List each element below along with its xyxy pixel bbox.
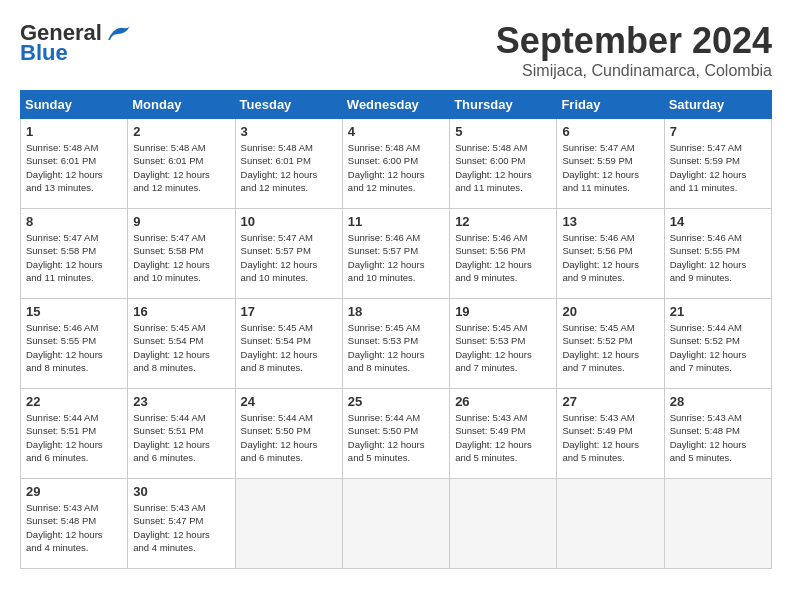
calendar-day-cell: 7Sunrise: 5:47 AMSunset: 5:59 PMDaylight… <box>664 119 771 209</box>
day-number: 21 <box>670 304 766 319</box>
day-info: Sunrise: 5:48 AMSunset: 6:01 PMDaylight:… <box>26 141 122 194</box>
day-number: 1 <box>26 124 122 139</box>
day-number: 23 <box>133 394 229 409</box>
calendar-day-cell <box>235 479 342 569</box>
calendar-day-cell: 13Sunrise: 5:46 AMSunset: 5:56 PMDayligh… <box>557 209 664 299</box>
day-number: 12 <box>455 214 551 229</box>
day-number: 6 <box>562 124 658 139</box>
day-of-week-header: Wednesday <box>342 91 449 119</box>
day-info: Sunrise: 5:46 AMSunset: 5:55 PMDaylight:… <box>26 321 122 374</box>
calendar-day-cell: 17Sunrise: 5:45 AMSunset: 5:54 PMDayligh… <box>235 299 342 389</box>
day-number: 14 <box>670 214 766 229</box>
day-info: Sunrise: 5:47 AMSunset: 5:59 PMDaylight:… <box>562 141 658 194</box>
title-block: September 2024 Simijaca, Cundinamarca, C… <box>496 20 772 80</box>
day-number: 30 <box>133 484 229 499</box>
month-title: September 2024 <box>496 20 772 62</box>
calendar-day-cell: 25Sunrise: 5:44 AMSunset: 5:50 PMDayligh… <box>342 389 449 479</box>
calendar-day-cell: 24Sunrise: 5:44 AMSunset: 5:50 PMDayligh… <box>235 389 342 479</box>
day-number: 15 <box>26 304 122 319</box>
calendar-week-row: 8Sunrise: 5:47 AMSunset: 5:58 PMDaylight… <box>21 209 772 299</box>
day-info: Sunrise: 5:47 AMSunset: 5:59 PMDaylight:… <box>670 141 766 194</box>
day-info: Sunrise: 5:48 AMSunset: 6:00 PMDaylight:… <box>348 141 444 194</box>
day-of-week-header: Saturday <box>664 91 771 119</box>
calendar-day-cell: 3Sunrise: 5:48 AMSunset: 6:01 PMDaylight… <box>235 119 342 209</box>
calendar-day-cell: 2Sunrise: 5:48 AMSunset: 6:01 PMDaylight… <box>128 119 235 209</box>
day-info: Sunrise: 5:45 AMSunset: 5:53 PMDaylight:… <box>348 321 444 374</box>
day-info: Sunrise: 5:47 AMSunset: 5:58 PMDaylight:… <box>26 231 122 284</box>
day-number: 2 <box>133 124 229 139</box>
page-header: General Blue September 2024 Simijaca, Cu… <box>20 20 772 80</box>
calendar-header-row: SundayMondayTuesdayWednesdayThursdayFrid… <box>21 91 772 119</box>
calendar-day-cell: 30Sunrise: 5:43 AMSunset: 5:47 PMDayligh… <box>128 479 235 569</box>
day-info: Sunrise: 5:43 AMSunset: 5:48 PMDaylight:… <box>26 501 122 554</box>
day-info: Sunrise: 5:45 AMSunset: 5:53 PMDaylight:… <box>455 321 551 374</box>
calendar-day-cell: 20Sunrise: 5:45 AMSunset: 5:52 PMDayligh… <box>557 299 664 389</box>
day-info: Sunrise: 5:43 AMSunset: 5:48 PMDaylight:… <box>670 411 766 464</box>
calendar-day-cell <box>664 479 771 569</box>
calendar-day-cell: 11Sunrise: 5:46 AMSunset: 5:57 PMDayligh… <box>342 209 449 299</box>
day-info: Sunrise: 5:46 AMSunset: 5:55 PMDaylight:… <box>670 231 766 284</box>
day-number: 10 <box>241 214 337 229</box>
day-info: Sunrise: 5:44 AMSunset: 5:51 PMDaylight:… <box>26 411 122 464</box>
day-number: 3 <box>241 124 337 139</box>
day-info: Sunrise: 5:46 AMSunset: 5:57 PMDaylight:… <box>348 231 444 284</box>
calendar-week-row: 15Sunrise: 5:46 AMSunset: 5:55 PMDayligh… <box>21 299 772 389</box>
day-info: Sunrise: 5:47 AMSunset: 5:57 PMDaylight:… <box>241 231 337 284</box>
day-info: Sunrise: 5:44 AMSunset: 5:51 PMDaylight:… <box>133 411 229 464</box>
day-number: 13 <box>562 214 658 229</box>
logo-blue: Blue <box>20 40 68 66</box>
logo-bird-icon <box>104 22 132 44</box>
calendar-day-cell: 21Sunrise: 5:44 AMSunset: 5:52 PMDayligh… <box>664 299 771 389</box>
calendar-day-cell: 27Sunrise: 5:43 AMSunset: 5:49 PMDayligh… <box>557 389 664 479</box>
calendar-day-cell: 12Sunrise: 5:46 AMSunset: 5:56 PMDayligh… <box>450 209 557 299</box>
day-number: 29 <box>26 484 122 499</box>
day-info: Sunrise: 5:46 AMSunset: 5:56 PMDaylight:… <box>562 231 658 284</box>
calendar-day-cell: 15Sunrise: 5:46 AMSunset: 5:55 PMDayligh… <box>21 299 128 389</box>
calendar-week-row: 29Sunrise: 5:43 AMSunset: 5:48 PMDayligh… <box>21 479 772 569</box>
calendar-day-cell: 23Sunrise: 5:44 AMSunset: 5:51 PMDayligh… <box>128 389 235 479</box>
day-number: 18 <box>348 304 444 319</box>
day-info: Sunrise: 5:44 AMSunset: 5:50 PMDaylight:… <box>241 411 337 464</box>
day-number: 20 <box>562 304 658 319</box>
logo: General Blue <box>20 20 132 66</box>
day-number: 4 <box>348 124 444 139</box>
day-number: 5 <box>455 124 551 139</box>
calendar-day-cell: 1Sunrise: 5:48 AMSunset: 6:01 PMDaylight… <box>21 119 128 209</box>
location-title: Simijaca, Cundinamarca, Colombia <box>496 62 772 80</box>
day-info: Sunrise: 5:44 AMSunset: 5:50 PMDaylight:… <box>348 411 444 464</box>
day-info: Sunrise: 5:45 AMSunset: 5:52 PMDaylight:… <box>562 321 658 374</box>
day-number: 11 <box>348 214 444 229</box>
day-info: Sunrise: 5:47 AMSunset: 5:58 PMDaylight:… <box>133 231 229 284</box>
day-info: Sunrise: 5:48 AMSunset: 6:01 PMDaylight:… <box>241 141 337 194</box>
day-info: Sunrise: 5:43 AMSunset: 5:47 PMDaylight:… <box>133 501 229 554</box>
calendar-table: SundayMondayTuesdayWednesdayThursdayFrid… <box>20 90 772 569</box>
calendar-day-cell: 22Sunrise: 5:44 AMSunset: 5:51 PMDayligh… <box>21 389 128 479</box>
calendar-day-cell: 29Sunrise: 5:43 AMSunset: 5:48 PMDayligh… <box>21 479 128 569</box>
day-number: 25 <box>348 394 444 409</box>
calendar-day-cell: 5Sunrise: 5:48 AMSunset: 6:00 PMDaylight… <box>450 119 557 209</box>
calendar-day-cell <box>450 479 557 569</box>
day-info: Sunrise: 5:43 AMSunset: 5:49 PMDaylight:… <box>455 411 551 464</box>
day-number: 8 <box>26 214 122 229</box>
day-info: Sunrise: 5:48 AMSunset: 6:01 PMDaylight:… <box>133 141 229 194</box>
calendar-week-row: 1Sunrise: 5:48 AMSunset: 6:01 PMDaylight… <box>21 119 772 209</box>
day-number: 22 <box>26 394 122 409</box>
day-info: Sunrise: 5:45 AMSunset: 5:54 PMDaylight:… <box>241 321 337 374</box>
day-number: 19 <box>455 304 551 319</box>
calendar-day-cell: 18Sunrise: 5:45 AMSunset: 5:53 PMDayligh… <box>342 299 449 389</box>
calendar-day-cell <box>342 479 449 569</box>
calendar-day-cell <box>557 479 664 569</box>
day-number: 16 <box>133 304 229 319</box>
day-number: 17 <box>241 304 337 319</box>
day-info: Sunrise: 5:44 AMSunset: 5:52 PMDaylight:… <box>670 321 766 374</box>
day-number: 26 <box>455 394 551 409</box>
day-number: 9 <box>133 214 229 229</box>
day-info: Sunrise: 5:46 AMSunset: 5:56 PMDaylight:… <box>455 231 551 284</box>
day-info: Sunrise: 5:48 AMSunset: 6:00 PMDaylight:… <box>455 141 551 194</box>
day-of-week-header: Friday <box>557 91 664 119</box>
calendar-day-cell: 28Sunrise: 5:43 AMSunset: 5:48 PMDayligh… <box>664 389 771 479</box>
calendar-day-cell: 26Sunrise: 5:43 AMSunset: 5:49 PMDayligh… <box>450 389 557 479</box>
day-number: 24 <box>241 394 337 409</box>
calendar-day-cell: 14Sunrise: 5:46 AMSunset: 5:55 PMDayligh… <box>664 209 771 299</box>
day-of-week-header: Thursday <box>450 91 557 119</box>
